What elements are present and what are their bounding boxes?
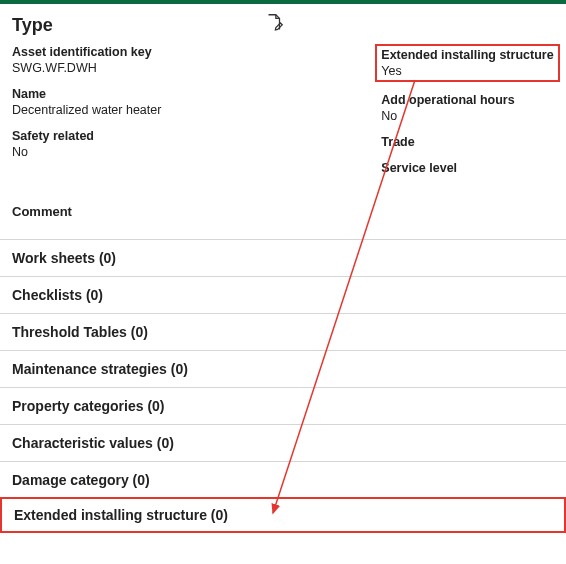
details-col-left: Asset identification key SWG.WF.DWH Name… [12, 44, 185, 186]
field-name: Name Decentralized water heater [12, 86, 185, 118]
details-col-right: Extended installing structure Yes Add op… [381, 44, 554, 186]
field-label: Name [12, 86, 185, 102]
field-service-level: Service level [381, 160, 554, 176]
field-value: No [381, 108, 554, 124]
field-add-hours: Add operational hours No [381, 92, 554, 124]
details-grid: Asset identification key SWG.WF.DWH Name… [0, 44, 566, 186]
section-maintenance-strategies[interactable]: Maintenance strategies (0) [0, 350, 566, 387]
section-property-categories[interactable]: Property categories (0) [0, 387, 566, 424]
field-label: Service level [381, 160, 554, 176]
section-work-sheets[interactable]: Work sheets (0) [0, 239, 566, 276]
field-asset-id: Asset identification key SWG.WF.DWH [12, 44, 185, 76]
section-characteristic-values[interactable]: Characteristic values (0) [0, 424, 566, 461]
field-label: Trade [381, 134, 554, 150]
section-checklists[interactable]: Checklists (0) [0, 276, 566, 313]
section-threshold-tables[interactable]: Threshold Tables (0) [0, 313, 566, 350]
field-extended-installing: Extended installing structure Yes [375, 44, 560, 82]
field-label: Add operational hours [381, 92, 554, 108]
field-value: Yes [381, 63, 554, 79]
section-damage-category[interactable]: Damage category (0) [0, 461, 566, 498]
sections-list: Work sheets (0) Checklists (0) Threshold… [0, 239, 566, 533]
section-extended-installing-structure[interactable]: Extended installing structure (0) [0, 497, 566, 533]
header-row: Type [0, 4, 566, 44]
edit-icon[interactable] [263, 12, 285, 38]
field-safety: Safety related No [12, 128, 185, 160]
field-value: SWG.WF.DWH [12, 60, 185, 76]
field-label: Asset identification key [12, 44, 185, 60]
field-label: Safety related [12, 128, 185, 144]
field-trade: Trade [381, 134, 554, 150]
page-title: Type [12, 15, 53, 36]
field-label: Extended installing structure [381, 47, 554, 63]
field-value: Decentralized water heater [12, 102, 185, 118]
field-value: No [12, 144, 185, 160]
comment-label: Comment [0, 186, 566, 239]
details-col-mid [197, 44, 370, 186]
